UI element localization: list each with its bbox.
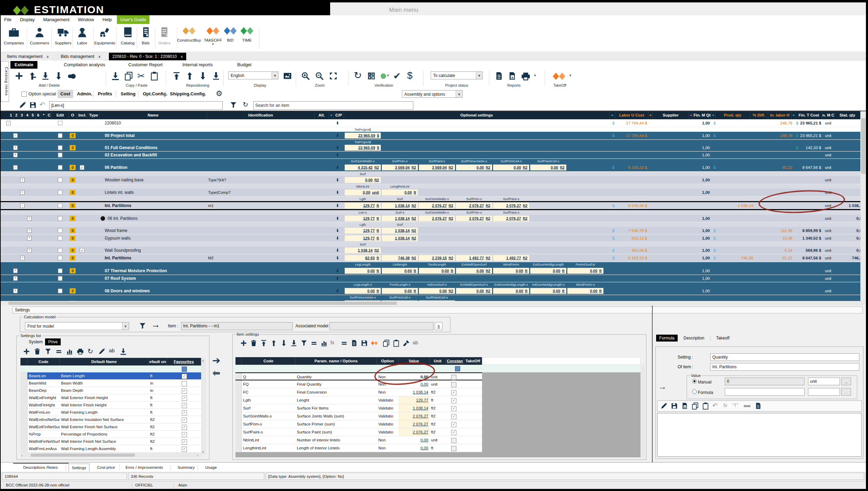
- param-value[interactable]: 1 038,14: [398, 388, 430, 396]
- constant-checkbox[interactable]: ✓: [451, 430, 456, 435]
- settings-list-row[interactable]: BeamLenBeam Lengthft✓: [20, 372, 201, 380]
- column-header[interactable]: Incl.: [77, 111, 88, 119]
- edit-checkbox[interactable]: [58, 276, 62, 281]
- status-dot-caret-icon[interactable]: ▾: [387, 74, 389, 77]
- settings-list-header[interactable]: Default Name: [60, 358, 149, 365]
- text-icon[interactable]: “T”: [732, 403, 738, 407]
- grid-row[interactable]: −0✓06 Partition⬇4 315,42 ft23 569,04 ft2…: [1, 163, 860, 172]
- grid-row[interactable]: +008 Doors and windows⬇0,00 ft0,00 ft0,0…: [1, 287, 860, 295]
- column-header[interactable]: +: [689, 111, 693, 119]
- copy-down-arrow-icon[interactable]: ⬇: [336, 276, 339, 281]
- bottom-tab-settings[interactable]: Settings: [69, 464, 89, 472]
- equal-icon[interactable]: [310, 339, 318, 347]
- optional-setting-value[interactable]: 2 076,27 ft2: [419, 215, 455, 221]
- optional-setting-value[interactable]: 0,00 ft2: [419, 288, 455, 294]
- optional-setting-value[interactable]: 3 569,04 ft2: [419, 164, 455, 170]
- view-tab-compilation-analysis[interactable]: Compilation analysis: [60, 61, 109, 69]
- column-header[interactable]: Name: [100, 111, 207, 119]
- edit-checkbox[interactable]: [58, 146, 62, 150]
- optional-setting-value[interactable]: 23 965,59 $: [345, 145, 381, 151]
- model-filter-funnel-icon[interactable]: [139, 322, 146, 330]
- column-header[interactable]: *: [41, 111, 47, 119]
- row-selector[interactable]: [235, 388, 242, 396]
- favourite-checkbox[interactable]: ✓: [182, 432, 187, 437]
- catalog-items-side-tab[interactable]: Catalog items: [1, 61, 9, 102]
- optional-setting-value[interactable]: 1 038,14 ft2: [382, 227, 418, 233]
- column-header[interactable]: Stat. qty: [835, 111, 860, 119]
- paste-icon[interactable]: [393, 339, 400, 347]
- calc-grid-icon[interactable]: [367, 71, 376, 80]
- report-doc-icon[interactable]: [495, 71, 504, 80]
- menu-users-guide[interactable]: User's Guide: [117, 15, 150, 24]
- param-value[interactable]: 0,00: [398, 444, 430, 452]
- clipboard-icon[interactable]: [150, 71, 159, 80]
- formula-tab-takeoff[interactable]: Takeoff: [713, 335, 732, 342]
- column-header[interactable]: n. M C: [822, 111, 835, 119]
- optional-setting-value[interactable]: 23 965,59 $: [345, 133, 381, 139]
- edit-checkbox[interactable]: [58, 133, 62, 138]
- row-selector[interactable]: [235, 420, 242, 428]
- move-up-icon[interactable]: [185, 71, 194, 80]
- edit-checkbox[interactable]: [58, 228, 62, 233]
- optional-setting-value[interactable]: 2 076,27 ft2: [419, 203, 455, 209]
- chart-icon[interactable]: [66, 348, 73, 355]
- optional-setting-value[interactable]: 0,00 ft2: [456, 164, 492, 170]
- settings-list-row[interactable]: %PropPercentage of Proportionsft2✓: [20, 431, 201, 438]
- optional-setting-value[interactable]: 2 076,27 ft2: [456, 215, 492, 221]
- bottom-tab-usage[interactable]: Usage: [203, 464, 220, 472]
- brush-icon[interactable]: [403, 339, 410, 347]
- row-selector[interactable]: [235, 436, 242, 444]
- save-icon[interactable]: [29, 101, 37, 109]
- menu-help[interactable]: Help: [99, 15, 115, 24]
- scroll-thumb[interactable]: [31, 454, 135, 457]
- collapse-icon[interactable]: −: [13, 165, 18, 170]
- optional-setting-value[interactable]: 0,00 ft: [382, 288, 418, 294]
- close-tab-icon[interactable]: x: [47, 54, 49, 59]
- recalculate-icon[interactable]: ↻: [354, 71, 362, 80]
- row-selector[interactable]: [235, 380, 242, 388]
- cut-scissors-icon[interactable]: ✂: [137, 71, 145, 80]
- column-header[interactable]: % Diff.: [750, 111, 768, 119]
- optional-setting-value[interactable]: 0,00 ft: [530, 268, 566, 274]
- optional-setting-value[interactable]: 129,77 ft: [345, 235, 381, 241]
- optional-setting-value[interactable]: 0,00 ft2: [345, 177, 381, 183]
- manual-unit-field[interactable]: unit: [808, 378, 840, 385]
- row-selector[interactable]: [235, 373, 242, 380]
- item-settings-header[interactable]: TakeOff: [464, 357, 482, 365]
- item-settings-row[interactable]: LgthLenghtValidatio129,77ft✓: [235, 396, 482, 404]
- toolbar-customers[interactable]: Customers: [26, 26, 53, 45]
- row-selector[interactable]: [20, 372, 27, 379]
- settings-list-row[interactable]: WallIntFinHghtWall Interior Finish Heigh…: [20, 402, 201, 409]
- row-selector[interactable]: [235, 412, 242, 420]
- filter-checkbox[interactable]: [455, 366, 460, 371]
- settings-list-row[interactable]: BeamWidBeam Widthin: [20, 380, 201, 387]
- undo-icon[interactable]: ↶: [712, 402, 718, 409]
- favourite-checkbox[interactable]: [182, 381, 187, 386]
- copy-down-arrow-icon[interactable]: ⬇: [336, 190, 339, 195]
- column-header[interactable]: Edit: [52, 111, 69, 119]
- settings-list-filter-row[interactable]: [20, 365, 201, 372]
- optional-setting-value[interactable]: 0,00 ft2: [493, 164, 529, 170]
- column-header[interactable]: 6: [36, 111, 41, 119]
- copy-down-arrow-icon[interactable]: ⬇: [336, 236, 339, 241]
- constant-checkbox[interactable]: ✓: [451, 414, 456, 419]
- settings-list-row[interactable]: WallFrmLenWall Framing Lengthft✓: [20, 409, 201, 416]
- optional-setting-value[interactable]: 0,00 ft2: [530, 164, 566, 170]
- bottom-tab-costprice[interactable]: Cost price: [94, 464, 118, 472]
- scroll-left-icon[interactable]: ‹: [22, 454, 23, 457]
- settings-list-header[interactable]: efault un: [149, 358, 167, 365]
- optional-setting-value[interactable]: 0,00 unit: [345, 190, 381, 196]
- settings-list-tab-prive[interactable]: Prive: [45, 338, 61, 345]
- favourite-checkbox[interactable]: ✓: [182, 425, 187, 430]
- takeoff-icon[interactable]: [371, 339, 378, 347]
- excel-icon[interactable]: [681, 402, 688, 410]
- formula-textarea[interactable]: [657, 413, 862, 457]
- optional-setting-value[interactable]: 129,77 ft: [345, 215, 381, 221]
- takeoff-caret-icon[interactable]: ▾: [569, 74, 571, 77]
- copy-down-arrow-icon[interactable]: ⬇: [336, 178, 339, 182]
- formula-tab-formula[interactable]: Formula: [656, 335, 678, 342]
- copy-down-arrow-icon[interactable]: ⬇: [336, 165, 339, 170]
- copy-down-arrow-icon[interactable]: ⬇: [336, 153, 339, 157]
- copy-down-arrow-icon[interactable]: ⬇: [336, 145, 339, 150]
- item-settings-row[interactable]: LengthIntLintLength of Interior LintelsN…: [235, 444, 482, 452]
